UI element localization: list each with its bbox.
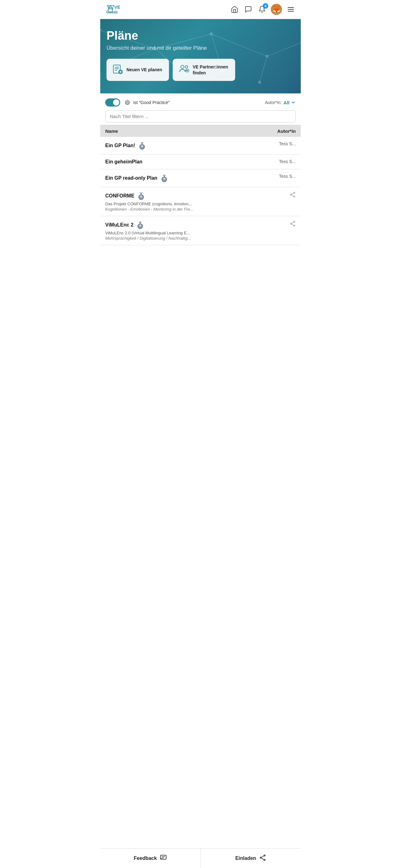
svg-point-66 [291,223,292,224]
row-right [290,191,296,199]
good-practice-badge [138,141,146,150]
plan-icon [112,63,123,76]
table-header: Name Autor*in [100,125,301,137]
row-left: Ein geheimPlan [105,159,275,165]
page-subtitle: Übersicht deiner und mit dir geteilter P… [106,45,295,51]
share-button[interactable] [290,191,296,199]
autor-select-value: All [283,100,290,105]
row-left: CONFORME Das Projekt CONFORME (cognition… [105,191,286,212]
notification-count-badge: 4 [263,3,268,9]
row-tags: Mehrsprachigkeit / Digitalisierung / Nac… [105,236,286,241]
find-partner-button[interactable]: VE Partner:innen finden [173,59,235,81]
svg-point-56 [294,196,295,197]
row-left: ViMuLEnc 2 ViMuLEnc 2.0 (Virtual Multili… [105,221,286,241]
autor-filter-label: Autor*in: [265,100,282,105]
row-autor: Tess S... [279,159,296,164]
row-left: Ein GP Plan! [105,141,275,150]
title-search-input[interactable] [105,110,296,122]
svg-line-58 [291,193,294,195]
row-right: Tess S... [279,159,296,164]
action-buttons: Neuen VE planen VE Partner:innen finden [106,59,295,81]
row-right: Tess S... [279,174,296,179]
svg-text:Collab: Collab [106,10,118,14]
table-row[interactable]: ViMuLEnc 2 ViMuLEnc 2.0 (Virtual Multili… [100,216,301,245]
svg-point-21 [265,55,269,58]
row-main: ViMuLEnc 2 ViMuLEnc 2.0 (Virtual Multili… [105,221,296,241]
page-title: Pläne [106,29,295,42]
svg-point-57 [291,194,292,195]
row-title-line: CONFORME [105,191,286,200]
avatar[interactable]: 🦊 [271,4,282,15]
row-main: CONFORME Das Projekt CONFORME (cognition… [105,191,296,212]
row-left: Ein GP read-only Plan [105,174,275,183]
avatar-image: 🦊 [272,5,281,13]
table-row[interactable]: Ein GP read-only Plan Tess S... [100,169,301,187]
notifications-button[interactable]: 4 [257,4,267,14]
partner-icon [178,63,190,76]
row-title: CONFORME [105,193,134,199]
row-title-line: ViMuLEnc 2 [105,221,286,229]
svg-line-62 [140,221,141,223]
share-button[interactable] [290,221,296,228]
svg-point-65 [294,225,295,226]
table-row[interactable]: Ein geheimPlan Tess S... [100,155,301,169]
table-column-autor: Autor*in [277,128,296,134]
home-button[interactable] [230,4,239,14]
good-practice-medal-icon [124,98,131,106]
svg-text:VE: VE [114,5,121,10]
header-nav: 4 🦊 [230,4,296,15]
row-autor: Tess S... [279,141,296,146]
table-column-name: Name [105,128,118,134]
table-row[interactable]: Ein GP Plan! Tess S... [100,137,301,155]
good-practice-toggle-label: ist "Good Practice" [133,100,170,105]
row-autor: Tess S... [279,174,296,179]
row-description: ViMuLEnc 2.0 (Virtual Multilingual Learn… [105,230,286,235]
svg-point-26 [258,81,261,84]
row-title-line: Ein GP Plan! [105,141,275,150]
good-practice-badge [137,191,145,200]
svg-point-18 [100,29,101,32]
table-row[interactable]: CONFORME Das Projekt CONFORME (cognition… [100,187,301,216]
logo[interactable]: VE Collab [105,3,135,16]
row-title: Ein GP Plan! [105,143,135,148]
row-title: Ein GP read-only Plan [105,175,157,181]
row-main: Ein GP read-only Plan Tess S... [105,174,296,183]
svg-line-49 [164,175,165,177]
svg-point-55 [294,192,295,193]
good-practice-badge [160,174,169,183]
row-title: ViMuLEnc 2 [105,222,133,228]
row-right [290,221,296,228]
hamburger-menu[interactable] [286,4,296,14]
good-practice-badge [136,221,144,229]
row-description: Das Projekt CONFORME (cognitions, émotio… [105,202,286,206]
chevron-down-icon [291,100,296,105]
row-right: Tess S... [279,141,296,146]
row-main: Ein GP Plan! Tess S... [105,141,296,150]
autor-filter: Autor*in: All [265,100,296,105]
svg-line-68 [291,224,294,226]
row-main: Ein geheimPlan Tess S... [105,159,296,165]
svg-line-53 [141,192,142,194]
row-title: Ein geheimPlan [105,159,142,165]
new-plan-button[interactable]: Neuen VE planen [106,59,169,81]
good-practice-toggle-container: ist "Good Practice" [105,98,170,106]
svg-line-67 [291,222,294,224]
row-title-line: Ein geheimPlan [105,159,275,165]
toggle-knob [113,99,119,105]
app-header: VE Collab 4 🦊 [100,0,301,19]
new-plan-label: Neuen VE planen [127,67,162,72]
good-practice-toggle[interactable] [105,98,120,106]
filter-row: ist "Good Practice" Autor*in: All [105,98,296,106]
row-tags: Kognitionen - Emotionen - Mentoring in d… [105,207,286,212]
svg-line-45 [142,142,143,144]
hero-section: Pläne Übersicht deiner und mit dir getei… [100,19,301,93]
svg-point-34 [181,65,184,68]
svg-point-64 [294,221,295,222]
messages-button[interactable] [243,4,253,14]
row-title-line: Ein GP read-only Plan [105,174,275,183]
svg-line-59 [291,195,294,196]
filter-section: ist "Good Practice" Autor*in: All [100,93,301,125]
find-partner-label: VE Partner:innen finden [193,64,230,75]
autor-select-dropdown[interactable]: All [283,100,296,105]
svg-point-35 [185,66,188,68]
